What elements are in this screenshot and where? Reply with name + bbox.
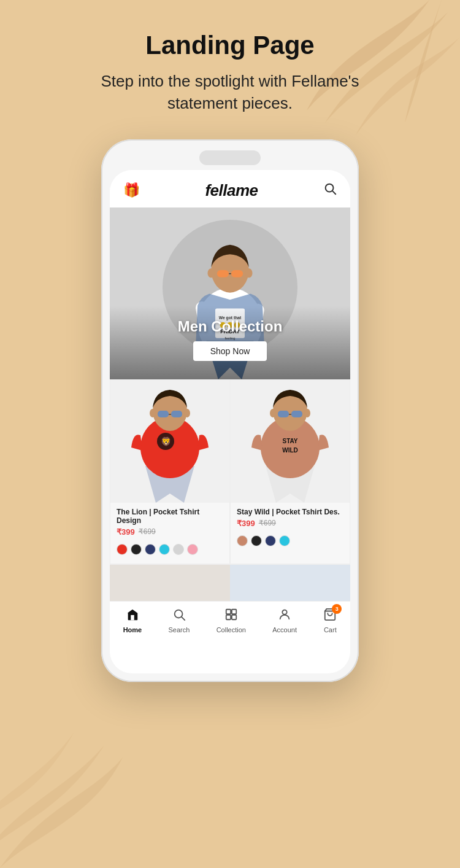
nav-home-label: Home	[123, 626, 142, 634]
svg-rect-41	[232, 610, 236, 614]
color-swatch[interactable]	[279, 535, 290, 546]
search-nav-icon	[172, 608, 186, 624]
color-swatch[interactable]	[251, 535, 262, 546]
svg-point-17	[245, 268, 253, 277]
color-swatch[interactable]	[173, 544, 184, 555]
nav-account[interactable]: Account	[272, 608, 297, 634]
nav-search[interactable]: Search	[169, 608, 190, 634]
price-current-2: ₹399	[237, 519, 255, 528]
color-swatch[interactable]	[159, 544, 170, 555]
cart-icon: 3	[323, 608, 337, 624]
hero-title: Men Collection	[110, 318, 350, 335]
nav-search-label: Search	[169, 626, 190, 634]
product-name-2: Stay Wild | Pocket Tshirt Des.	[237, 508, 343, 516]
svg-rect-42	[226, 615, 231, 619]
price-current-1: ₹399	[117, 527, 135, 537]
search-header-icon[interactable]	[323, 182, 337, 199]
product-card[interactable]: 🦁	[110, 379, 230, 564]
svg-rect-32	[278, 411, 289, 417]
cart-badge: 3	[332, 604, 342, 614]
svg-point-16	[207, 268, 215, 277]
price-original-1: ₹699	[139, 527, 156, 536]
nav-collection[interactable]: Collection	[217, 608, 246, 634]
svg-point-26	[184, 409, 190, 417]
product-card[interactable]: STAY WILD	[230, 379, 350, 564]
price-original-2: ₹699	[259, 519, 276, 527]
page-subtitle: Step into the spotlight with Fellame's s…	[77, 70, 383, 115]
color-swatches-1	[110, 544, 229, 555]
svg-rect-14	[231, 270, 243, 277]
svg-line-1	[332, 191, 335, 194]
collection-icon	[224, 608, 238, 624]
product-info-1: The Lion | Pocket Tshirt Design ₹399 ₹69…	[110, 503, 229, 544]
hero-content: Men Collection Shop Now	[110, 318, 350, 361]
color-swatch[interactable]	[265, 535, 276, 546]
phone-mockup: 🎁 fellame	[101, 139, 359, 682]
partial-item-2	[230, 565, 350, 601]
partial-item-1	[110, 565, 230, 601]
nav-cart-label: Cart	[324, 626, 337, 634]
product-prices-1: ₹399 ₹699	[117, 527, 223, 537]
nav-account-label: Account	[272, 626, 297, 634]
bottom-nav: Home Search	[110, 601, 350, 643]
nav-home[interactable]: Home	[123, 608, 142, 634]
product-info-2: Stay Wild | Pocket Tshirt Des. ₹399 ₹699	[231, 503, 350, 535]
color-swatches-2	[231, 535, 350, 546]
svg-rect-22	[158, 411, 169, 417]
hero-banner: We got that FRIDAY feeling	[110, 207, 350, 379]
phone-notch	[199, 150, 261, 165]
app-logo: fellame	[205, 181, 258, 200]
svg-point-25	[150, 409, 156, 417]
color-swatch[interactable]	[237, 535, 248, 546]
svg-rect-13	[217, 270, 229, 277]
phone-notch-area	[110, 148, 350, 165]
product-prices-2: ₹399 ₹699	[237, 519, 343, 528]
partial-next-row	[110, 564, 350, 601]
home-icon	[126, 608, 139, 624]
svg-rect-23	[171, 411, 182, 417]
color-swatch[interactable]	[145, 544, 156, 555]
gift-icon[interactable]: 🎁	[123, 182, 140, 198]
nav-cart[interactable]: 3 Cart	[323, 608, 337, 634]
svg-point-44	[282, 610, 286, 614]
svg-point-36	[304, 409, 310, 417]
color-swatch[interactable]	[187, 544, 198, 555]
svg-rect-43	[232, 615, 236, 619]
svg-rect-37	[131, 615, 134, 620]
app-header: 🎁 fellame	[110, 170, 350, 207]
svg-rect-33	[291, 411, 302, 417]
color-swatch[interactable]	[117, 544, 128, 555]
svg-text:🦁: 🦁	[161, 436, 172, 447]
products-grid: 🦁	[110, 379, 350, 564]
shop-now-button[interactable]: Shop Now	[193, 341, 267, 361]
svg-text:WILD: WILD	[282, 447, 298, 454]
product-image-1: 🦁	[110, 380, 229, 503]
phone-screen: 🎁 fellame	[110, 170, 350, 673]
svg-point-35	[270, 409, 276, 417]
svg-line-39	[182, 617, 185, 620]
nav-collection-label: Collection	[217, 626, 246, 634]
color-swatch[interactable]	[131, 544, 142, 555]
account-icon	[278, 608, 291, 624]
page-title: Landing Page	[145, 31, 314, 60]
svg-text:STAY: STAY	[282, 438, 297, 444]
product-name-1: The Lion | Pocket Tshirt Design	[117, 508, 223, 525]
svg-rect-40	[226, 610, 231, 614]
product-image-2: STAY WILD	[231, 380, 350, 503]
